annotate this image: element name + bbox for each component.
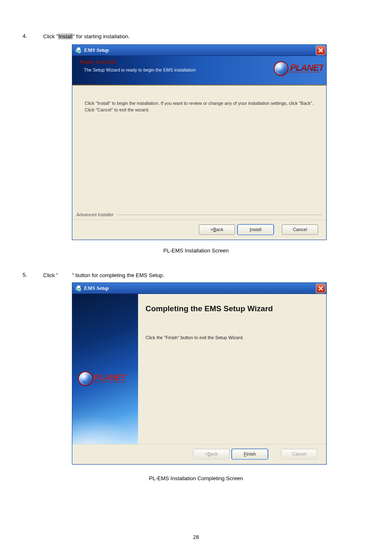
planet-logo-tag: Networking & Communication — [93, 381, 126, 383]
completing-heading: Completing the EMS Setup Wizard — [145, 304, 317, 314]
close-icon[interactable] — [316, 284, 325, 293]
figure-caption-2: PL-EMS Installation Completing Screen — [25, 475, 367, 481]
step-5-row: 5. Click "" button for completing the EM… — [23, 272, 367, 279]
step5-prefix: Click " — [43, 272, 58, 278]
step4-prefix: Click " — [43, 33, 58, 39]
dialog1-header: Ready to Install The Setup Wizard is rea… — [72, 56, 326, 86]
advanced-installer-label: Advanced Installer — [76, 212, 322, 217]
step-4-row: 4. Click "Install" for starting installa… — [23, 33, 367, 40]
planet-logo-text: PLANET — [290, 64, 324, 72]
finish-button[interactable]: Finish — [232, 449, 268, 459]
installer-icon — [75, 47, 81, 53]
dialog2-button-row: < Back Finish Cancel — [72, 444, 326, 464]
ems-setup-dialog-finish: EMS Setup PLANET Networking & Communicat… — [72, 282, 327, 465]
divider-line — [116, 215, 323, 215]
dialog1-body: Click "Install" to begin the installatio… — [72, 86, 326, 220]
ems-setup-dialog-install: EMS Setup Ready to Install The Setup Wiz… — [72, 44, 327, 240]
dialog1-message: Click "Install" to begin the installatio… — [85, 100, 314, 113]
step4-highlight: Install — [58, 33, 73, 39]
step5-suffix: " button for completing the EMS Setup. — [72, 272, 164, 278]
planet-logo-text: PLANET — [94, 374, 126, 381]
close-icon[interactable] — [316, 46, 325, 55]
step4-suffix: " for starting installation. — [73, 33, 129, 39]
step-4-number: 4. — [23, 33, 35, 39]
globe-icon — [274, 61, 288, 76]
advanced-installer-text: Advanced Installer — [76, 212, 114, 217]
dialog2-side-banner: PLANET Networking & Communication — [72, 294, 138, 444]
figure-caption-1: PL-EMS Installation Screen — [25, 247, 367, 254]
step-4-text: Click "Install" for starting installatio… — [43, 33, 130, 40]
step-5-text: Click "" button for completing the EMS S… — [43, 272, 164, 279]
planet-logo: PLANET Networking & Communication — [274, 60, 323, 77]
back-button: < Back — [193, 449, 229, 459]
installer-icon — [75, 285, 81, 291]
page-number: 28 — [0, 534, 392, 540]
completing-message: Click the "Finish" button to exit the Se… — [145, 335, 317, 340]
dialog2-main: Completing the EMS Setup Wizard Click th… — [138, 294, 326, 444]
dialog2-content: PLANET Networking & Communication Comple… — [72, 294, 326, 444]
globe-icon — [78, 371, 93, 386]
dialog2-title: EMS Setup — [84, 285, 316, 291]
install-button[interactable]: Install — [238, 224, 274, 235]
planet-logo: PLANET Networking & Communication — [78, 370, 126, 387]
dialog1-button-row: < Back Install Cancel — [72, 220, 326, 240]
cancel-button[interactable]: Cancel — [282, 224, 318, 235]
cancel-button: Cancel — [281, 449, 317, 459]
titlebar: EMS Setup — [72, 283, 326, 294]
back-button[interactable]: < Back — [199, 224, 235, 235]
dialog1-title: EMS Setup — [84, 47, 316, 53]
step-5-number: 5. — [23, 272, 35, 278]
titlebar: EMS Setup — [72, 45, 326, 56]
